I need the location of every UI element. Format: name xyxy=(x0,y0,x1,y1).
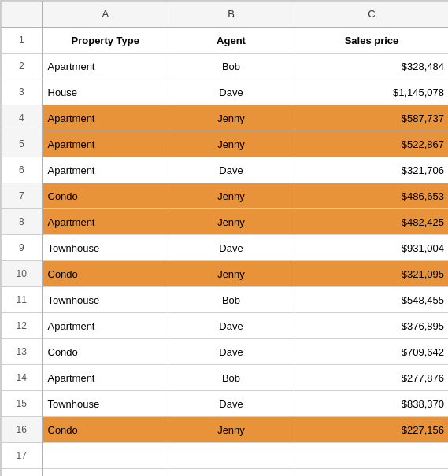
cell-agent[interactable]: Jenny xyxy=(168,131,294,157)
cell-property-type[interactable]: Townhouse xyxy=(43,287,168,313)
cell-agent[interactable] xyxy=(168,469,294,477)
cell-agent[interactable] xyxy=(168,443,294,469)
spreadsheet: A B C 1 Property Type Agent Sales price … xyxy=(0,0,448,476)
row-num-10: 10 xyxy=(2,261,43,287)
col-b-header[interactable]: B xyxy=(168,2,294,28)
table-row: 12ApartmentDave$376,895 xyxy=(2,313,449,339)
cell-sales-price[interactable]: $522,867 xyxy=(294,131,449,157)
row-num-1: 1 xyxy=(2,28,43,54)
table-row: 3HouseDave$1,145,078 xyxy=(2,79,449,105)
cell-sales-price[interactable]: $321,706 xyxy=(294,157,449,183)
row-num-14: 14 xyxy=(2,365,43,391)
cell-agent[interactable]: Dave xyxy=(168,339,294,365)
cell-sales-price[interactable]: $227,156 xyxy=(294,417,449,443)
table-row: 8ApartmentJenny$482,425 xyxy=(2,209,449,235)
cell-property-type[interactable]: Condo xyxy=(43,261,168,287)
cell-property-type[interactable]: Apartment xyxy=(43,313,168,339)
cell-property-type[interactable]: Apartment xyxy=(43,209,168,235)
cell-agent[interactable]: Dave xyxy=(168,79,294,105)
cell-sales-price[interactable]: $709,642 xyxy=(294,339,449,365)
cell-sales-price[interactable]: $1,145,078 xyxy=(294,79,449,105)
data-header-row: 1 Property Type Agent Sales price xyxy=(2,28,449,54)
cell-agent[interactable]: Bob xyxy=(168,287,294,313)
row-num-3: 3 xyxy=(2,79,43,105)
cell-agent[interactable]: Dave xyxy=(168,391,294,417)
cell-sales-price[interactable]: $548,455 xyxy=(294,287,449,313)
row-num-18: 18 xyxy=(2,469,43,477)
col-a-header[interactable]: A xyxy=(43,2,168,28)
cell-property-type[interactable]: Apartment xyxy=(43,131,168,157)
cell-sales-price[interactable]: $486,653 xyxy=(294,183,449,209)
cell-property-type[interactable]: Townhouse xyxy=(43,235,168,261)
cell-property-type[interactable]: Apartment xyxy=(43,105,168,131)
table-row: 6ApartmentDave$321,706 xyxy=(2,157,449,183)
table-row: 10CondoJenny$321,095 xyxy=(2,261,449,287)
header-property-type[interactable]: Property Type xyxy=(43,28,168,54)
cell-agent[interactable]: Bob xyxy=(168,54,294,79)
table-row: 17 xyxy=(2,443,449,469)
table-row: 11TownhouseBob$548,455 xyxy=(2,287,449,313)
col-c-header[interactable]: C xyxy=(294,2,449,28)
cell-agent[interactable]: Jenny xyxy=(168,105,294,131)
table-row: 18 xyxy=(2,469,449,477)
cell-sales-price[interactable] xyxy=(294,443,449,469)
cell-sales-price[interactable]: $931,004 xyxy=(294,235,449,261)
row-num-8: 8 xyxy=(2,209,43,235)
table-row: 14ApartmentBob$277,876 xyxy=(2,365,449,391)
cell-agent[interactable]: Bob xyxy=(168,365,294,391)
row-num-5: 5 xyxy=(2,131,43,157)
cell-agent[interactable]: Jenny xyxy=(168,261,294,287)
table-row: 4ApartmentJenny$587,737 xyxy=(2,105,449,131)
cell-property-type[interactable]: House xyxy=(43,79,168,105)
row-num-9: 9 xyxy=(2,235,43,261)
table-row: 16CondoJenny$227,156 xyxy=(2,417,449,443)
cell-sales-price[interactable]: $482,425 xyxy=(294,209,449,235)
table-row: 2ApartmentBob$328,484 xyxy=(2,54,449,79)
cell-property-type[interactable]: Apartment xyxy=(43,54,168,79)
cell-property-type[interactable]: Townhouse xyxy=(43,391,168,417)
table-row: 15TownhouseDave$838,370 xyxy=(2,391,449,417)
cell-property-type[interactable] xyxy=(43,469,168,477)
row-num-7: 7 xyxy=(2,183,43,209)
cell-property-type[interactable]: Condo xyxy=(43,339,168,365)
cell-agent[interactable]: Dave xyxy=(168,235,294,261)
cell-sales-price[interactable]: $376,895 xyxy=(294,313,449,339)
row-num-16: 16 xyxy=(2,417,43,443)
table-row: 9TownhouseDave$931,004 xyxy=(2,235,449,261)
row-num-17: 17 xyxy=(2,443,43,469)
row-num-12: 12 xyxy=(2,313,43,339)
cell-agent[interactable]: Jenny xyxy=(168,417,294,443)
column-header-row: A B C xyxy=(2,2,449,28)
row-num-15: 15 xyxy=(2,391,43,417)
cell-agent[interactable]: Jenny xyxy=(168,209,294,235)
corner-cell xyxy=(2,2,43,28)
cell-agent[interactable]: Dave xyxy=(168,157,294,183)
cell-sales-price[interactable]: $328,484 xyxy=(294,54,449,79)
cell-sales-price[interactable]: $838,370 xyxy=(294,391,449,417)
header-agent[interactable]: Agent xyxy=(168,28,294,54)
cell-sales-price[interactable]: $321,095 xyxy=(294,261,449,287)
header-sales-price[interactable]: Sales price xyxy=(294,28,449,54)
cell-sales-price[interactable]: $587,737 xyxy=(294,105,449,131)
row-num-13: 13 xyxy=(2,339,43,365)
cell-sales-price[interactable]: $277,876 xyxy=(294,365,449,391)
cell-property-type[interactable]: Apartment xyxy=(43,157,168,183)
cell-property-type[interactable]: Apartment xyxy=(43,365,168,391)
table-row: 5ApartmentJenny$522,867 xyxy=(2,131,449,157)
cell-agent[interactable]: Dave xyxy=(168,313,294,339)
row-num-6: 6 xyxy=(2,157,43,183)
row-num-11: 11 xyxy=(2,287,43,313)
cell-property-type[interactable]: Condo xyxy=(43,183,168,209)
table-row: 13CondoDave$709,642 xyxy=(2,339,449,365)
cell-sales-price[interactable] xyxy=(294,469,449,477)
table-row: 7CondoJenny$486,653 xyxy=(2,183,449,209)
cell-property-type[interactable]: Condo xyxy=(43,417,168,443)
row-num-2: 2 xyxy=(2,54,43,79)
cell-agent[interactable]: Jenny xyxy=(168,183,294,209)
cell-property-type[interactable] xyxy=(43,443,168,469)
row-num-4: 4 xyxy=(2,105,43,131)
